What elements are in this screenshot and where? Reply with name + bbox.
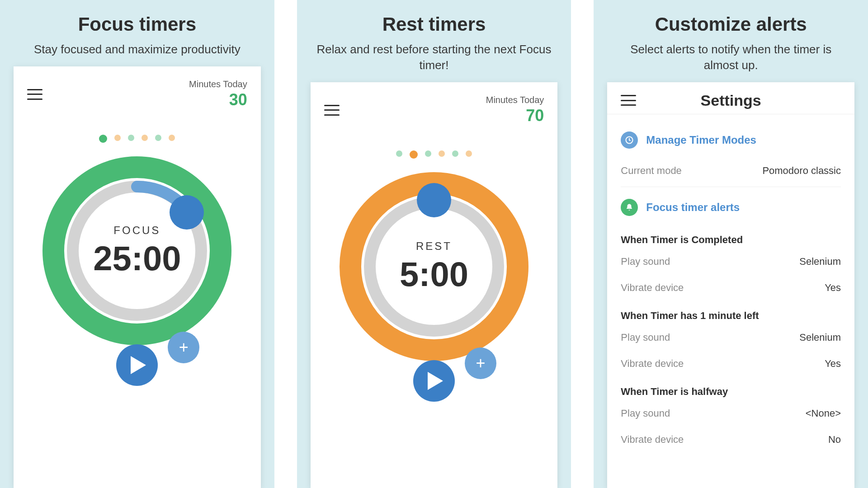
plus-icon: + <box>179 338 189 357</box>
manage-timer-modes-row[interactable]: Manage Timer Modes <box>621 122 841 158</box>
screenshot-settings: Customize alerts Select alerts to notify… <box>594 0 868 488</box>
timer-ring[interactable]: REST 5:00 <box>311 169 558 364</box>
vibrate-value: Yes <box>825 358 841 370</box>
divider <box>621 187 841 187</box>
timer-center: REST 5:00 <box>400 240 468 294</box>
panel-subtitle: Select alerts to notify when the timer i… <box>612 42 850 73</box>
play-button[interactable] <box>413 360 455 402</box>
play-sound-label: Play sound <box>621 256 670 267</box>
section-heading: When Timer is halfway <box>621 377 841 400</box>
device-frame: Settings Manage Timer Modes Current mode… <box>607 82 854 488</box>
play-sound-label: Play sound <box>621 408 670 419</box>
timer-actions: + <box>14 344 261 408</box>
vibrate-label: Vibrate device <box>621 282 684 294</box>
vibrate-value: Yes <box>825 282 841 294</box>
minutes-label: Minutes Today <box>189 79 247 89</box>
plus-icon: + <box>476 354 485 373</box>
menu-icon[interactable] <box>324 105 340 116</box>
play-sound-row[interactable]: Play sound Selenium <box>621 324 841 351</box>
dot <box>114 135 121 141</box>
screenshot-rest: Rest timers Relax and rest before starti… <box>297 0 571 488</box>
panel-title: Rest timers <box>315 14 553 35</box>
dot-active <box>410 150 418 159</box>
focus-alerts-label: Focus timer alerts <box>646 201 740 214</box>
dot <box>169 135 175 141</box>
dot <box>142 135 148 141</box>
play-button[interactable] <box>116 344 158 386</box>
svg-point-5 <box>417 183 451 217</box>
dot <box>452 150 458 157</box>
vibrate-row[interactable]: Vibrate device Yes <box>621 351 841 377</box>
dot <box>155 135 161 141</box>
add-button[interactable]: + <box>465 347 496 379</box>
timer-actions: + <box>311 360 558 423</box>
clock-icon <box>621 131 638 149</box>
vibrate-value: No <box>828 434 841 446</box>
dot <box>425 150 431 157</box>
panel-subtitle: Relax and rest before starting the next … <box>315 42 553 73</box>
device-top-bar: Minutes Today 70 <box>311 82 558 129</box>
minutes-today: Minutes Today 70 <box>486 95 544 125</box>
device-frame: Minutes Today 70 REST 5:00 <box>311 82 558 488</box>
dot <box>466 150 472 157</box>
device-top-bar: Settings <box>607 82 854 109</box>
panel-header: Customize alerts Select alerts to notify… <box>594 0 868 82</box>
menu-icon[interactable] <box>27 89 42 100</box>
timer-time: 25:00 <box>93 239 181 278</box>
menu-icon[interactable] <box>621 95 636 106</box>
current-mode-label: Current mode <box>621 165 682 177</box>
current-mode-value: Pomodoro classic <box>762 165 841 177</box>
session-dots <box>311 150 558 159</box>
session-dots <box>14 135 261 143</box>
timer-ring[interactable]: FOCUS 25:00 <box>14 154 261 348</box>
timer-label: REST <box>400 240 468 253</box>
play-sound-row[interactable]: Play sound <None> <box>621 400 841 427</box>
vibrate-label: Vibrate device <box>621 358 684 370</box>
dot-active <box>99 135 107 143</box>
current-mode-row[interactable]: Current mode Pomodoro classic <box>621 158 841 184</box>
timer-time: 5:00 <box>400 254 468 294</box>
dot <box>396 150 402 157</box>
play-icon <box>428 372 443 390</box>
vibrate-row[interactable]: Vibrate device No <box>621 427 841 453</box>
section-heading: When Timer has 1 minute left <box>621 301 841 324</box>
dot <box>439 150 445 157</box>
play-sound-row[interactable]: Play sound Selenium <box>621 249 841 275</box>
bell-icon <box>621 199 638 216</box>
minutes-value: 70 <box>486 106 544 125</box>
panel-header: Focus timers Stay focused and maximize p… <box>0 0 274 66</box>
panel-header: Rest timers Relax and rest before starti… <box>297 0 571 82</box>
manage-timer-modes-label: Manage Timer Modes <box>646 134 756 146</box>
play-sound-value: Selenium <box>799 332 841 343</box>
play-sound-value: Selenium <box>799 256 841 267</box>
minutes-value: 30 <box>189 90 247 109</box>
settings-body: Manage Timer Modes Current mode Pomodoro… <box>607 114 854 453</box>
panel-subtitle: Stay focused and maximize productivity <box>18 42 256 57</box>
vibrate-label: Vibrate device <box>621 434 684 446</box>
dot <box>128 135 134 141</box>
play-icon <box>131 356 146 374</box>
device-top-bar: Minutes Today 30 <box>14 66 261 113</box>
section-heading: When Timer is Completed <box>621 225 841 249</box>
panel-title: Focus timers <box>18 14 256 35</box>
settings-title: Settings <box>701 92 761 109</box>
panel-title: Customize alerts <box>612 14 850 35</box>
timer-center: FOCUS 25:00 <box>93 224 181 278</box>
vibrate-row[interactable]: Vibrate device Yes <box>621 275 841 301</box>
screenshot-focus: Focus timers Stay focused and maximize p… <box>0 0 274 488</box>
minutes-today: Minutes Today 30 <box>189 79 247 109</box>
minutes-label: Minutes Today <box>486 95 544 105</box>
play-sound-label: Play sound <box>621 332 670 343</box>
timer-label: FOCUS <box>93 224 181 237</box>
focus-alerts-row[interactable]: Focus timer alerts <box>621 190 841 225</box>
add-button[interactable]: + <box>168 332 199 363</box>
device-frame: Minutes Today 30 FOCUS 25:00 <box>14 66 261 488</box>
play-sound-value: <None> <box>806 408 841 419</box>
